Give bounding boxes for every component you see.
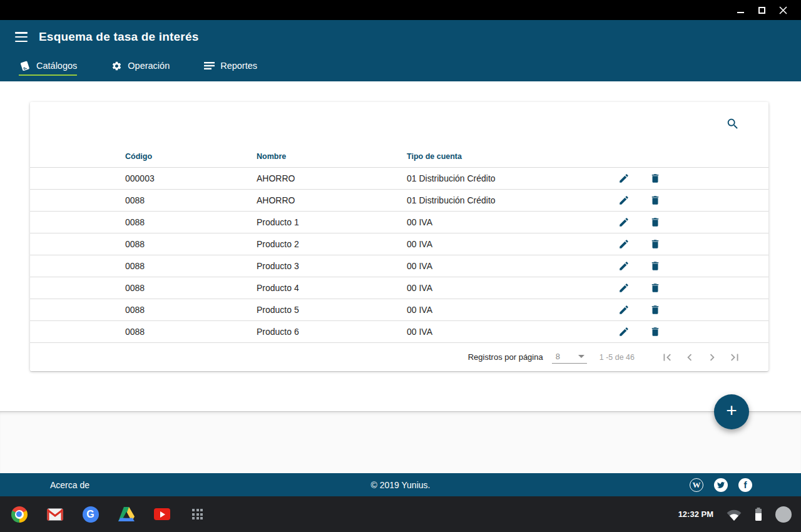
table-header-row: Código Nombre Tipo de cuenta bbox=[30, 146, 768, 168]
shelf-apps: G bbox=[0, 506, 206, 523]
google-icon: G bbox=[83, 506, 99, 523]
pencil-icon bbox=[618, 195, 630, 206]
delete-button[interactable] bbox=[640, 326, 671, 337]
google-app-button[interactable]: G bbox=[82, 506, 99, 523]
table-row: 000003 AHORRO 01 Distribución Crédito bbox=[30, 168, 768, 190]
edit-button[interactable] bbox=[608, 195, 640, 206]
first-page-button[interactable] bbox=[656, 350, 678, 364]
last-page-button[interactable] bbox=[723, 350, 746, 364]
delete-button[interactable] bbox=[640, 282, 671, 294]
column-header-nombre: Nombre bbox=[257, 152, 407, 161]
apps-grid-icon bbox=[192, 509, 203, 519]
trash-icon bbox=[650, 238, 661, 250]
cell-codigo: 0088 bbox=[125, 217, 257, 227]
content-footer-spacer bbox=[0, 411, 801, 473]
edit-button[interactable] bbox=[608, 326, 640, 337]
trash-icon bbox=[650, 260, 661, 272]
close-icon bbox=[779, 6, 787, 14]
cell-nombre: Producto 4 bbox=[257, 283, 407, 293]
status-area[interactable]: 12:32 PM bbox=[678, 506, 792, 523]
delete-button[interactable] bbox=[640, 217, 671, 228]
cell-tipo-de-cuenta: 01 Distribución Crédito bbox=[407, 173, 608, 183]
search-button[interactable] bbox=[726, 117, 740, 131]
plus-icon: + bbox=[726, 401, 737, 420]
table-row: 0088 Producto 4 00 IVA bbox=[30, 277, 768, 299]
next-page-button[interactable] bbox=[701, 350, 723, 364]
cell-codigo: 000003 bbox=[125, 173, 257, 183]
table-row: 0088 Producto 3 00 IVA bbox=[30, 255, 768, 277]
page-footer: Acerca de © 2019 Yunius. W f bbox=[0, 473, 801, 496]
twitter-link[interactable] bbox=[714, 478, 728, 492]
table-row: 0088 Producto 5 00 IVA bbox=[30, 299, 768, 321]
table-row: 0088 Producto 6 00 IVA bbox=[30, 321, 768, 343]
drive-app-button[interactable] bbox=[118, 506, 135, 523]
cell-codigo: 0088 bbox=[125, 305, 257, 315]
tab-bar: Catálogos Operación Repo bbox=[0, 54, 801, 81]
trash-icon bbox=[650, 282, 661, 294]
tab-operacion[interactable]: Operación bbox=[111, 54, 170, 81]
catalog-table-card: Código Nombre Tipo de cuenta 000003 AHOR… bbox=[30, 102, 768, 371]
app-launcher-button[interactable] bbox=[189, 506, 206, 523]
delete-button[interactable] bbox=[640, 238, 671, 250]
window-minimize-button[interactable] bbox=[730, 0, 751, 20]
delete-button[interactable] bbox=[640, 195, 671, 206]
youtube-app-button[interactable] bbox=[153, 506, 170, 523]
wordpress-link[interactable]: W bbox=[690, 478, 703, 492]
pencil-icon bbox=[618, 173, 630, 184]
menu-icon[interactable] bbox=[15, 31, 30, 43]
account-avatar[interactable] bbox=[775, 506, 792, 523]
edit-button[interactable] bbox=[608, 282, 640, 294]
rows-per-page-label: Registros por página bbox=[468, 352, 543, 362]
cell-tipo-de-cuenta: 00 IVA bbox=[407, 261, 608, 271]
table-row: 0088 Producto 1 00 IVA bbox=[30, 212, 768, 233]
chrome-app-button[interactable] bbox=[11, 506, 28, 523]
edit-button[interactable] bbox=[608, 173, 640, 184]
cell-tipo-de-cuenta: 00 IVA bbox=[407, 239, 608, 249]
page-title: Esquema de tasa de interés bbox=[39, 30, 198, 44]
edit-button[interactable] bbox=[608, 260, 640, 272]
pagination-range: 1 -5 de 46 bbox=[599, 353, 635, 362]
search-icon bbox=[726, 117, 740, 131]
window-close-button[interactable] bbox=[772, 0, 793, 20]
tab-reportes[interactable]: Reportes bbox=[204, 54, 257, 81]
delete-button[interactable] bbox=[640, 260, 671, 272]
cell-tipo-de-cuenta: 00 IVA bbox=[407, 217, 608, 227]
cell-nombre: Producto 6 bbox=[257, 327, 407, 337]
facebook-link[interactable]: f bbox=[738, 478, 752, 492]
tab-label-reportes: Reportes bbox=[220, 61, 257, 71]
window-maximize-button[interactable] bbox=[751, 0, 772, 20]
tab-catalogos[interactable]: Catálogos bbox=[19, 54, 77, 81]
copyright-text: © 2019 Yunius. bbox=[0, 480, 801, 490]
table-row: 0088 AHORRO 01 Distribución Crédito bbox=[30, 190, 768, 212]
add-button[interactable]: + bbox=[714, 394, 749, 429]
gmail-app-button[interactable] bbox=[46, 506, 63, 523]
cell-codigo: 0088 bbox=[125, 239, 257, 249]
taskbar: G 12:32 PM bbox=[0, 496, 801, 532]
pencil-icon bbox=[618, 326, 630, 337]
cell-nombre: Producto 5 bbox=[257, 305, 407, 315]
gear-icon bbox=[111, 61, 122, 71]
edit-button[interactable] bbox=[608, 238, 640, 250]
pagination-bar: Registros por página 8 1 -5 de 46 bbox=[30, 343, 768, 371]
delete-button[interactable] bbox=[640, 304, 671, 315]
column-header-tipo-de-cuenta: Tipo de cuenta bbox=[407, 152, 608, 161]
pencil-icon bbox=[618, 238, 630, 250]
cell-nombre: AHORRO bbox=[257, 173, 407, 183]
page-size-value: 8 bbox=[556, 352, 560, 361]
edit-button[interactable] bbox=[608, 217, 640, 228]
previous-page-button[interactable] bbox=[678, 350, 701, 364]
drive-icon bbox=[118, 507, 135, 521]
pencil-icon bbox=[618, 304, 630, 315]
pencil-icon bbox=[618, 217, 630, 228]
wordpress-icon: W bbox=[690, 478, 703, 492]
battery-icon bbox=[755, 508, 762, 521]
table-body: 000003 AHORRO 01 Distribución Crédito 00… bbox=[30, 168, 768, 343]
pencil-icon bbox=[618, 282, 630, 294]
page-size-select[interactable]: 8 bbox=[552, 350, 587, 364]
tab-label-catalogos: Catálogos bbox=[36, 61, 77, 71]
maximize-icon bbox=[758, 7, 765, 14]
edit-button[interactable] bbox=[608, 304, 640, 315]
catalog-icon bbox=[19, 60, 31, 72]
cell-tipo-de-cuenta: 00 IVA bbox=[407, 327, 608, 337]
delete-button[interactable] bbox=[640, 173, 671, 184]
